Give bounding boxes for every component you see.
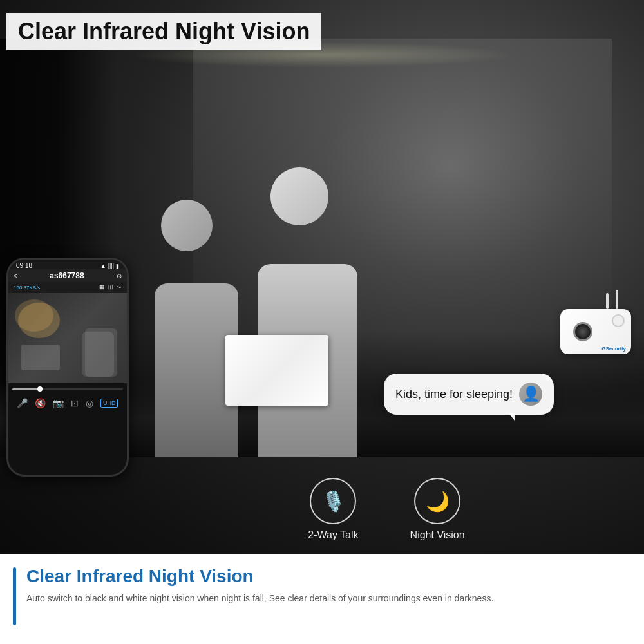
moon-icon: 🌙 bbox=[426, 490, 450, 513]
signal-icon: |||| bbox=[108, 263, 114, 269]
phone-data-rate: 160.37KB/s bbox=[14, 285, 40, 290]
video-light-orb bbox=[18, 303, 60, 338]
bottom-section: Clear Infrared Night Vision Auto switch … bbox=[0, 554, 644, 644]
mic-icon[interactable]: 🎤 bbox=[17, 398, 28, 408]
speech-bubble: Kids, time for sleeping! bbox=[384, 374, 554, 415]
camera-antenna-2 bbox=[606, 293, 609, 309]
feature-night-label: Night Vision bbox=[410, 529, 465, 541]
phone-sub-icons: ▦ ◫ 〜 bbox=[99, 283, 122, 292]
phone-status-bar: 09:18 ▲ |||| ▮ bbox=[8, 260, 127, 269]
camera-device: GSecurity bbox=[554, 309, 638, 367]
book bbox=[225, 335, 328, 406]
camera-antenna-1 bbox=[616, 290, 618, 309]
phone-bottom-bar: 🎤 🔇 📷 ⊡ ◎ UHD bbox=[8, 395, 127, 412]
camera-brand-label: GSecurity bbox=[601, 346, 626, 352]
speech-avatar bbox=[519, 383, 542, 406]
timeline-bar bbox=[12, 388, 123, 390]
phone-mockup: 09:18 ▲ |||| ▮ < as667788 ⊙ 160.37KB/s ▦… bbox=[6, 258, 129, 477]
camera-toggle-icon[interactable]: 📷 bbox=[53, 398, 64, 408]
title-text: Clear Infrared Night Vision bbox=[18, 18, 310, 44]
camera-speaker bbox=[612, 314, 625, 327]
wifi-icon: ▲ bbox=[100, 263, 106, 269]
feature-circle-night: 🌙 bbox=[414, 478, 460, 524]
phone-app-name: as667788 bbox=[50, 271, 84, 280]
child-left-silhouette bbox=[142, 200, 258, 457]
accent-bar bbox=[13, 567, 16, 625]
feature-night-vision: 🌙 Night Vision bbox=[410, 478, 465, 541]
uhd-badge: UHD bbox=[100, 399, 118, 408]
phone-timeline[interactable] bbox=[8, 383, 127, 395]
snapshot-icon[interactable]: ⊡ bbox=[71, 398, 79, 408]
main-container: Clear Infrared Night Vision 09:18 ▲ ||||… bbox=[0, 0, 644, 644]
timeline-dot bbox=[37, 386, 43, 392]
camera-lens bbox=[573, 322, 592, 341]
wifi-status-icon: 〜 bbox=[116, 283, 122, 292]
battery-icon: ▮ bbox=[116, 263, 119, 269]
phone-nav-bar: < as667788 ⊙ bbox=[8, 269, 127, 282]
video-book bbox=[21, 345, 60, 370]
phone-status-icons: ▲ |||| ▮ bbox=[100, 263, 119, 269]
feature-talk-label: 2-Way Talk bbox=[308, 529, 358, 541]
image-section: Clear Infrared Night Vision 09:18 ▲ ||||… bbox=[0, 0, 644, 554]
phone-settings-icon[interactable]: ⊙ bbox=[117, 272, 122, 279]
feature-2way-talk: 🎙️ 2-Way Talk bbox=[308, 478, 358, 541]
child-right-silhouette bbox=[245, 167, 374, 457]
bottom-title: Clear Infrared Night Vision bbox=[26, 566, 493, 587]
screenshot-icon: ◫ bbox=[108, 283, 113, 292]
phone-video-feed bbox=[8, 293, 127, 383]
microphone-icon: 🎙️ bbox=[321, 490, 345, 513]
bottom-description: Auto switch to black and white night vis… bbox=[26, 592, 493, 605]
speech-text: Kids, time for sleeping! bbox=[395, 388, 513, 401]
camera-body: GSecurity bbox=[560, 309, 631, 354]
phone-time: 09:18 bbox=[16, 262, 32, 269]
features-row: 🎙️ 2-Way Talk 🌙 Night Vision bbox=[142, 478, 631, 541]
target-icon[interactable]: ◎ bbox=[86, 398, 93, 408]
video-figure bbox=[85, 328, 117, 377]
feature-circle-talk: 🎙️ bbox=[310, 478, 356, 524]
record-icon: ▦ bbox=[99, 283, 105, 292]
phone-sub-bar: 160.37KB/s ▦ ◫ 〜 bbox=[8, 282, 127, 293]
mute-icon[interactable]: 🔇 bbox=[35, 398, 46, 408]
title-label: Clear Infrared Night Vision bbox=[6, 13, 321, 50]
bottom-text-content: Clear Infrared Night Vision Auto switch … bbox=[26, 566, 493, 605]
phone-back-icon[interactable]: < bbox=[14, 272, 17, 279]
timeline-progress bbox=[12, 388, 40, 390]
